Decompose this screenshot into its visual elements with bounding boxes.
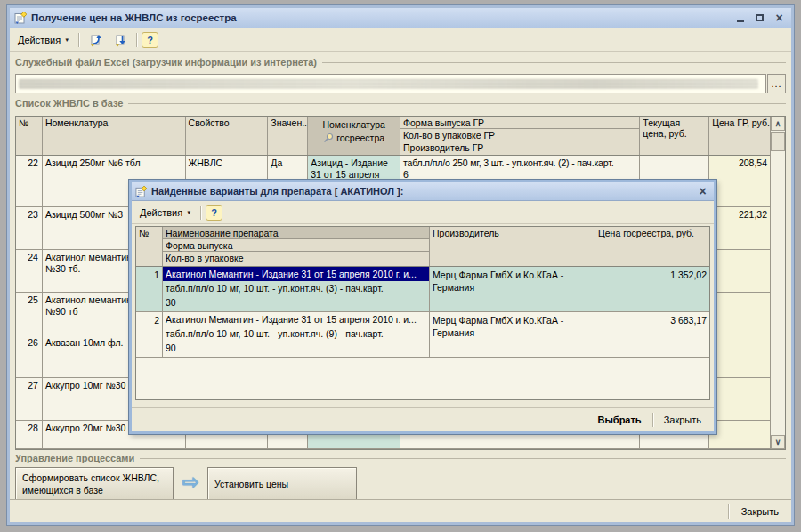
header-value: Значен... [268,117,308,155]
save-settings-button[interactable] [109,31,132,49]
cell-num[interactable]: 25 [16,293,43,335]
form-icon [14,12,27,24]
generate-list-button[interactable]: Сформировать список ЖНВЛС, имеющихся в б… [15,467,174,501]
excel-file-field[interactable] [15,74,766,93]
header-form: Форма выпуска ГР [400,117,639,129]
redacted-text [19,79,758,89]
scroll-down-button[interactable]: ∨ [771,435,785,449]
header-form-group: Форма выпуска ГР Кол-во в упаковке ГР Пр… [400,117,640,155]
cell-num[interactable]: 1 [136,267,163,311]
browse-button[interactable]: ... [767,74,786,93]
header-gos-line1: Номенклатура [308,117,400,131]
cell-producer[interactable]: Мерц Фарма ГмбХ и Ко.КГаА - Германия [430,267,595,311]
maximize-button[interactable] [752,12,767,25]
cell-drug-name[interactable]: Акатинол Мемантин - Издание 31 от 15 апр… [163,312,429,326]
cell-drug-qty[interactable]: 30 [163,295,429,310]
process-section-text: Управление процессами [15,453,134,463]
cell-num[interactable]: 27 [16,378,43,421]
actions-label: Действия [18,35,61,45]
cell-drug-name-selected[interactable]: Акатинол Мемантин - Издание 31 от 15 апр… [163,267,429,281]
magnifier-icon [323,133,334,143]
cell-producer[interactable]: Мерц Фарма ГмбХ и Ко.КГаА - Германия [430,312,595,357]
cell-drug[interactable]: Акатинол Мемантин - Издание 31 от 15 апр… [163,312,430,357]
cell-price[interactable]: 1 352,02 [595,267,709,311]
cell-drug[interactable]: Акатинол Мемантин - Издание 31 от 15 апр… [163,267,430,311]
cell-gos-price[interactable] [709,378,770,421]
cell-gos-price[interactable] [709,293,770,335]
header-price: Цена госреестра, руб. [595,227,709,266]
header-property: Свойство [186,117,269,155]
set-prices-label: Установить цены [214,478,350,490]
section-rule [140,458,786,459]
header-gos-price: Цена ГР, руб. [709,117,770,155]
cell-price[interactable]: 3 683,17 [595,312,709,357]
cell-gos-price[interactable] [709,421,770,449]
variant-row[interactable]: 1 Акатинол Мемантин - Издание 31 от 15 а… [136,267,709,312]
cell-gos-price[interactable]: 208,54 [709,156,770,207]
reread-settings-button[interactable] [84,31,107,49]
process-arrow-icon: ⇨ [182,472,198,492]
close-dialog-button[interactable]: Закрыть [659,413,707,427]
excel-section-text: Служебный файл Excel (загрузчик информац… [15,57,317,68]
generate-list-line1: Сформировать список ЖНВЛС, [22,472,166,484]
cell-num[interactable]: 22 [16,156,43,207]
cell-num[interactable]: 26 [16,335,43,378]
maximize-icon [756,14,764,21]
header-current-price: Текущая цена, руб. [640,117,709,155]
section-rule [322,62,786,63]
section-rule [128,103,786,104]
scroll-track[interactable] [771,151,785,435]
form-icon [135,186,147,197]
cell-num[interactable]: 2 [136,312,163,357]
variant-row[interactable]: 2 Акатинол Мемантин - Издание 31 от 15 а… [136,312,709,358]
close-window-button[interactable]: Закрыть [736,504,784,519]
scroll-up-button[interactable]: ∧ [771,117,785,131]
toolbar-separator [200,206,201,220]
header-drug-name: Наименование препарата [163,227,429,239]
set-prices-button[interactable]: Установить цены [207,467,357,501]
close-button[interactable]: × [772,12,787,25]
header-producer: Производитель ГР [400,141,639,154]
process-section-label: Управление процессами [15,453,786,463]
footer-separator [652,413,653,427]
dialog-title: Найденные варианты для препарата [ АКАТИ… [151,186,691,197]
cell-gos-price[interactable]: 221,32 [709,207,770,250]
footer-separator [728,504,729,519]
dialog-actions-button[interactable]: Действия ▼ [135,204,196,222]
cell-form-line: табл.п/пл/о 250 мг, 3 шт. - уп.конт.яч. … [403,157,636,169]
dialog-close-icon-button[interactable]: × [695,185,710,198]
desktop: Получение цен на ЖНВЛС из госреестра × Д… [0,0,801,532]
main-titlebar: Получение цен на ЖНВЛС из госреестра × [10,8,791,28]
cell-drug-qty[interactable]: 90 [163,341,429,355]
generate-list-line2: имеющихся в базе [22,484,166,496]
excel-section-label: Служебный файл Excel (загрузчик информац… [15,57,786,68]
dialog-window: Найденные варианты для препарата [ АКАТИ… [129,180,716,434]
header-producer: Производитель [430,227,595,266]
help-button[interactable]: ? [142,32,158,48]
header-form: Форма выпуска [163,239,429,252]
cell-drug-form[interactable]: табл.п/пл/о 10 мг, 10 шт. - уп.конт.яч. … [163,281,429,295]
minimize-icon [737,20,744,22]
header-num: № [16,117,43,155]
cell-num[interactable]: 23 [16,207,43,250]
actions-button[interactable]: Действия ▼ [13,31,74,49]
header-name: Номенклатура [43,117,186,155]
dropdown-icon: ▼ [186,210,191,215]
cell-drug-form[interactable]: табл.п/пл/о 10 мг, 10 шт. - уп.конт.яч. … [163,326,429,341]
minimize-button[interactable] [732,12,748,25]
cell-gos-price[interactable] [709,335,770,378]
header-gos-nomenclature: Номенклатура госреестра [308,117,400,155]
dropdown-icon: ▼ [64,37,69,43]
header-name-group: Наименование препарата Форма выпуска Кол… [163,227,430,266]
doc-arrow-up-icon [88,33,102,47]
cell-gos-price[interactable] [709,250,770,293]
table-scrollbar[interactable]: ∧ ∨ [770,117,785,449]
cell-num[interactable]: 24 [16,250,43,293]
header-gos-line2-wrap: госреестра [308,131,400,144]
doc-arrow-down-icon [113,33,127,47]
scroll-thumb[interactable] [771,132,785,151]
select-button[interactable]: Выбрать [593,413,647,427]
dialog-help-button[interactable]: ? [206,205,222,221]
cell-num[interactable]: 28 [16,421,43,449]
dialog-toolbar: Действия ▼ ? [132,201,714,224]
